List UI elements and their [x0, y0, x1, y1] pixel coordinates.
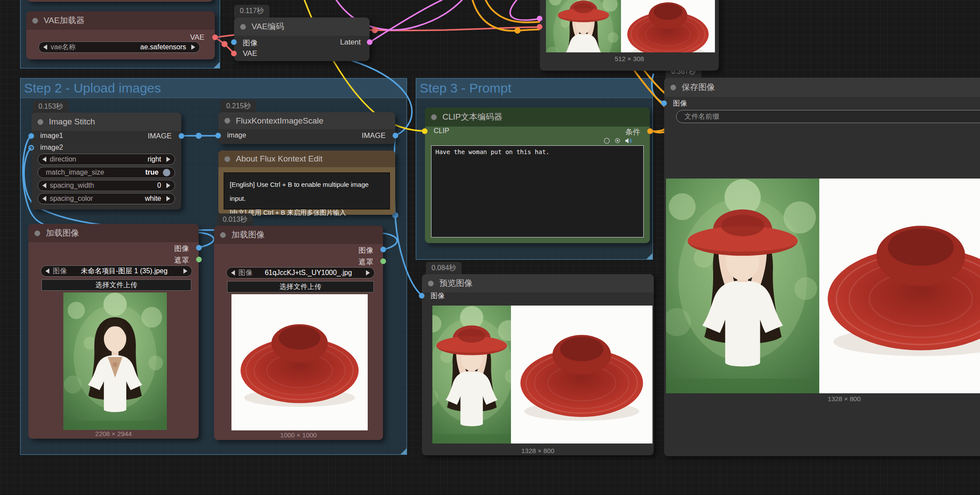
widget-spacing-color[interactable]: spacing_color white	[38, 193, 175, 204]
prev-arrow-icon[interactable]	[45, 268, 49, 274]
prompt-textarea[interactable]: Have the woman put on this hat.	[431, 145, 644, 237]
widget-value: 61qJccKJ+tS._UY1000_.jpg	[265, 269, 352, 277]
widget-image-file[interactable]: 图像 61qJccKJ+tS._UY1000_.jpg	[226, 267, 375, 278]
upload-button[interactable]: 选择文件上传	[41, 279, 191, 291]
input-label-image: 图像	[243, 38, 258, 48]
gear-icon[interactable]	[614, 137, 621, 144]
node-vae-encode[interactable]: VAE编码 图像 VAE Latent	[234, 17, 369, 61]
widget-filename-prefix[interactable]: 文件名前缀	[676, 110, 980, 123]
node-vae-loader[interactable]: VAE加载器 VAE vae名称 ae.safetensors	[26, 11, 215, 59]
collapse-dot-icon[interactable]	[224, 156, 230, 162]
widget-spacing-width[interactable]: spacing_width 0	[38, 180, 175, 191]
input-socket-vae[interactable]	[537, 24, 542, 30]
node-graph-canvas[interactable]: Step 2 - Upload images Step 3 - Prompt	[0, 0, 980, 495]
output-socket-image[interactable]	[179, 133, 184, 139]
node-note-about-flux-kontext[interactable]: About Flux Kontext Edit [English] Use Ct…	[218, 151, 395, 215]
collapse-dot-icon[interactable]	[428, 281, 434, 286]
prev-arrow-icon[interactable]	[42, 183, 46, 188]
prev-arrow-icon[interactable]	[42, 196, 46, 201]
prev-arrow-icon[interactable]	[43, 45, 47, 50]
input-socket-image[interactable]	[661, 100, 667, 106]
widget-label: match_image_size	[46, 168, 104, 176]
next-arrow-icon[interactable]	[191, 45, 195, 50]
next-arrow-icon[interactable]	[166, 196, 170, 201]
widget-vae-name[interactable]: vae名称 ae.safetensors	[38, 41, 200, 53]
group-step3-header[interactable]: Step 3 - Prompt	[416, 79, 652, 98]
node-load-image-1[interactable]: 加载图像 图像 遮罩 图像 未命名项目-图层 1 (35).jpeg 选择文件上…	[28, 224, 199, 439]
output-socket-image[interactable]	[196, 245, 202, 251]
output-socket-image[interactable]	[380, 247, 386, 252]
input-socket-image[interactable]	[231, 39, 237, 45]
input-socket-clip[interactable]	[422, 128, 428, 134]
input-label-image: 图像	[431, 292, 445, 301]
output-socket-latent[interactable]	[367, 39, 373, 45]
next-arrow-icon[interactable]	[166, 157, 170, 162]
node-preview-header[interactable]: 预览图像	[422, 274, 654, 292]
prev-arrow-icon[interactable]	[231, 270, 235, 275]
collapse-dot-icon[interactable]	[224, 118, 230, 124]
node-preview-image[interactable]: 预览图像 图像 1328 × 800	[422, 274, 654, 455]
node-vae-encode-header[interactable]: VAE编码	[234, 17, 369, 36]
output-socket-mask[interactable]	[196, 257, 202, 262]
node-image-stitch[interactable]: Image Stitch image1 image2 IMAGE directi…	[31, 113, 181, 210]
collapse-dot-icon[interactable]	[220, 232, 226, 238]
input-socket-image[interactable]	[419, 293, 424, 299]
wire-latent-to-decode	[510, 0, 540, 20]
node-image-stitch-header[interactable]: Image Stitch	[31, 113, 181, 131]
node-flux-kontext-image-scale[interactable]: FluxKontextImageScale image IMAGE	[218, 112, 395, 144]
node-flux-scale-header[interactable]: FluxKontextImageScale	[218, 112, 395, 129]
output-socket-mask[interactable]	[380, 258, 386, 264]
output-label-vae: VAE	[190, 33, 204, 42]
partial-node-top[interactable]	[27, 0, 213, 2]
input-socket-image2[interactable]	[28, 145, 34, 151]
next-arrow-icon[interactable]	[366, 270, 370, 275]
node-note-header[interactable]: About Flux Kontext Edit	[218, 151, 395, 167]
output-socket-conditioning[interactable]	[647, 128, 653, 134]
input-socket-vae[interactable]	[231, 51, 237, 56]
node-clip-header[interactable]: CLIP文本编码器	[425, 107, 650, 127]
group-resize-handle[interactable]	[400, 448, 407, 454]
node-save-header[interactable]: 保存图像	[664, 78, 980, 97]
note-text-box[interactable]: [English] Use Ctrl + B to enable multipu…	[224, 172, 390, 210]
prev-arrow-icon[interactable]	[42, 157, 46, 162]
widget-image-file[interactable]: 图像 未命名项目-图层 1 (35).jpeg	[41, 265, 192, 277]
upload-button[interactable]: 选择文件上传	[227, 281, 374, 292]
output-socket-vae[interactable]	[212, 34, 218, 40]
prompt-text: Have the woman put on this hat.	[435, 148, 549, 155]
wire-to-save-image	[652, 74, 664, 103]
collapse-dot-icon[interactable]	[670, 85, 676, 90]
collapse-dot-icon[interactable]	[240, 24, 246, 30]
collapse-dot-icon[interactable]	[32, 18, 38, 24]
group-step2-header[interactable]: Step 2 - Upload images	[21, 79, 407, 98]
widget-label: spacing_color	[50, 195, 93, 203]
node-title: VAE编码	[252, 21, 284, 32]
next-arrow-icon[interactable]	[183, 268, 187, 274]
node-vae-loader-header[interactable]: VAE加载器	[26, 11, 215, 30]
collapse-dot-icon[interactable]	[431, 114, 437, 120]
widget-match-image-size[interactable]: match_image_size true	[38, 167, 175, 178]
node-load-image-1-header[interactable]: 加载图像	[28, 224, 199, 242]
node-clip-text-encode[interactable]: CLIP文本编码器 CLIP 条件 Have the woman put on …	[425, 107, 650, 243]
collapse-dot-icon[interactable]	[35, 230, 40, 236]
collapse-dot-icon[interactable]	[38, 119, 43, 125]
output-socket-image[interactable]	[393, 133, 398, 138]
widget-value: ae.safetensors	[140, 43, 186, 51]
group-resize-handle[interactable]	[646, 253, 652, 259]
input-socket-image[interactable]	[215, 133, 221, 138]
widget-label: direction	[50, 155, 76, 163]
input-socket-latent[interactable]	[537, 16, 542, 21]
node-load-image-2[interactable]: 加载图像 图像 遮罩 图像 61qJccKJ+tS._UY1000_.jpg 选…	[214, 226, 383, 440]
circle-icon[interactable]	[604, 138, 610, 144]
speaker-icon[interactable]	[625, 138, 632, 144]
node-decode-preview[interactable]: 512 × 308	[540, 0, 719, 71]
toggle-icon[interactable]	[163, 169, 170, 176]
next-arrow-icon[interactable]	[166, 183, 170, 188]
input-socket-image1[interactable]	[28, 133, 34, 139]
image-size-label: 512 × 308	[540, 55, 719, 62]
group-step3-title: Step 3 - Prompt	[420, 81, 511, 96]
widget-direction[interactable]: direction right	[38, 154, 175, 165]
node-load-image-2-header[interactable]: 加载图像	[214, 226, 383, 244]
group-resize-handle[interactable]	[214, 62, 220, 68]
node-save-image[interactable]: 保存图像 图像 文件名前缀 1328 × 800	[664, 78, 980, 456]
note-line-english: [English] Use Ctrl + B to enable multipu…	[230, 178, 384, 206]
